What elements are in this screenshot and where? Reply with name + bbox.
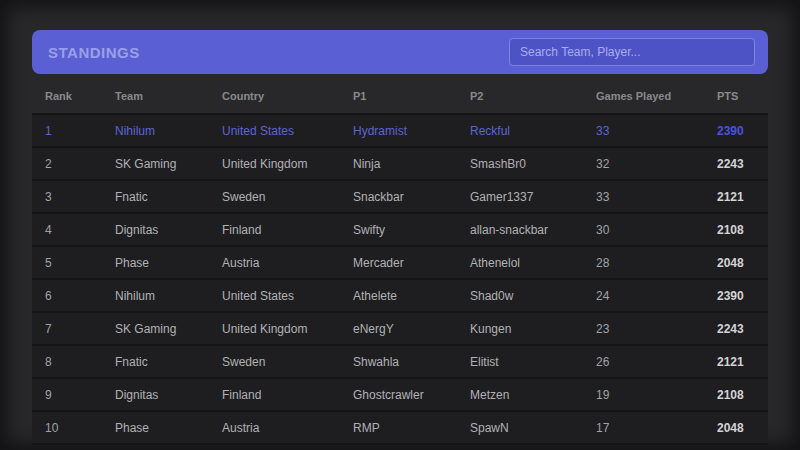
cell-p2: Athenelol: [470, 256, 596, 270]
cell-country: Finland: [222, 388, 353, 402]
cell-p1: Swifty: [353, 223, 470, 237]
cell-p1: Shwahla: [353, 355, 470, 369]
cell-pts: 2048: [717, 256, 768, 270]
table-row[interactable]: 6 Nihilum United States Athelete Shad0w …: [32, 280, 768, 311]
cell-rank: 2: [45, 157, 115, 171]
cell-p2: SmashBr0: [470, 157, 596, 171]
cell-rank: 5: [45, 256, 115, 270]
cell-rank: 4: [45, 223, 115, 237]
cell-team: Dignitas: [115, 223, 222, 237]
table-row[interactable]: 3 Fnatic Sweden Snackbar Gamer1337 33 21…: [32, 181, 768, 212]
cell-games-played: 32: [596, 157, 717, 171]
cell-country: United Kingdom: [222, 157, 353, 171]
column-header-p1: P1: [353, 90, 470, 102]
cell-p2: allan-snackbar: [470, 223, 596, 237]
table-row[interactable]: 5 Phase Austria Mercader Athenelol 28 20…: [32, 247, 768, 278]
column-header-pts: PTS: [717, 90, 768, 102]
cell-p2: SpawN: [470, 421, 596, 435]
cell-p2: Gamer1337: [470, 190, 596, 204]
table-row[interactable]: 7 SK Gaming United Kingdom eNergY Kungen…: [32, 313, 768, 344]
cell-rank: 3: [45, 190, 115, 204]
cell-team: Phase: [115, 421, 222, 435]
cell-p1: RMP: [353, 421, 470, 435]
cell-games-played: 17: [596, 421, 717, 435]
cell-pts: 2243: [717, 157, 768, 171]
cell-games-played: 33: [596, 124, 717, 138]
cell-games-played: 24: [596, 289, 717, 303]
cell-country: Sweden: [222, 355, 353, 369]
cell-country: United States: [222, 289, 353, 303]
table-row[interactable]: 10 Phase Austria RMP SpawN 17 2048: [32, 412, 768, 443]
cell-p1: Ninja: [353, 157, 470, 171]
cell-p2: Metzen: [470, 388, 596, 402]
cell-team: Fnatic: [115, 190, 222, 204]
cell-country: Finland: [222, 223, 353, 237]
cell-team: Nihilum: [115, 124, 222, 138]
cell-team: Phase: [115, 256, 222, 270]
table-row[interactable]: 1 Nihilum United States Hydramist Reckfu…: [32, 115, 768, 146]
cell-p1: Mercader: [353, 256, 470, 270]
cell-rank: 10: [45, 421, 115, 435]
cell-p2: Reckful: [470, 124, 596, 138]
cell-country: United States: [222, 124, 353, 138]
cell-games-played: 28: [596, 256, 717, 270]
cell-rank: 1: [45, 124, 115, 138]
cell-pts: 2121: [717, 190, 768, 204]
cell-country: Austria: [222, 421, 353, 435]
cell-pts: 2121: [717, 355, 768, 369]
table-header-row: Rank Team Country P1 P2 Games Played PTS: [32, 84, 768, 108]
cell-country: Austria: [222, 256, 353, 270]
cell-games-played: 26: [596, 355, 717, 369]
cell-p1: eNergY: [353, 322, 470, 336]
cell-country: Sweden: [222, 190, 353, 204]
cell-p1: Athelete: [353, 289, 470, 303]
cell-pts: 2108: [717, 388, 768, 402]
cell-rank: 6: [45, 289, 115, 303]
column-header-games-played: Games Played: [596, 90, 717, 102]
cell-pts: 2243: [717, 322, 768, 336]
table-row[interactable]: 4 Dignitas Finland Swifty allan-snackbar…: [32, 214, 768, 245]
cell-games-played: 23: [596, 322, 717, 336]
cell-p1: Snackbar: [353, 190, 470, 204]
cell-p1: Hydramist: [353, 124, 470, 138]
page-title: STANDINGS: [48, 44, 140, 61]
cell-p2: Elitist: [470, 355, 596, 369]
cell-team: SK Gaming: [115, 157, 222, 171]
table-row[interactable]: 9 Dignitas Finland Ghostcrawler Metzen 1…: [32, 379, 768, 410]
cell-rank: 8: [45, 355, 115, 369]
search-input[interactable]: [509, 38, 755, 66]
column-header-country: Country: [222, 90, 353, 102]
cell-team: SK Gaming: [115, 322, 222, 336]
cell-rank: 7: [45, 322, 115, 336]
cell-pts: 2108: [717, 223, 768, 237]
standings-table-body: 1 Nihilum United States Hydramist Reckfu…: [32, 113, 768, 445]
cell-team: Fnatic: [115, 355, 222, 369]
cell-pts: 2390: [717, 289, 768, 303]
cell-team: Dignitas: [115, 388, 222, 402]
standings-page: STANDINGS Rank Team Country P1 P2 Games …: [0, 0, 800, 450]
cell-games-played: 19: [596, 388, 717, 402]
cell-team: Nihilum: [115, 289, 222, 303]
cell-pts: 2390: [717, 124, 768, 138]
cell-games-played: 33: [596, 190, 717, 204]
table-row[interactable]: 8 Fnatic Sweden Shwahla Elitist 26 2121: [32, 346, 768, 377]
cell-pts: 2048: [717, 421, 768, 435]
cell-rank: 9: [45, 388, 115, 402]
column-header-team: Team: [115, 90, 222, 102]
column-header-rank: Rank: [45, 90, 115, 102]
cell-p1: Ghostcrawler: [353, 388, 470, 402]
column-header-p2: P2: [470, 90, 596, 102]
cell-p2: Shad0w: [470, 289, 596, 303]
standings-header-bar: STANDINGS: [32, 30, 768, 74]
cell-games-played: 30: [596, 223, 717, 237]
cell-p2: Kungen: [470, 322, 596, 336]
table-row[interactable]: 2 SK Gaming United Kingdom Ninja SmashBr…: [32, 148, 768, 179]
cell-country: United Kingdom: [222, 322, 353, 336]
